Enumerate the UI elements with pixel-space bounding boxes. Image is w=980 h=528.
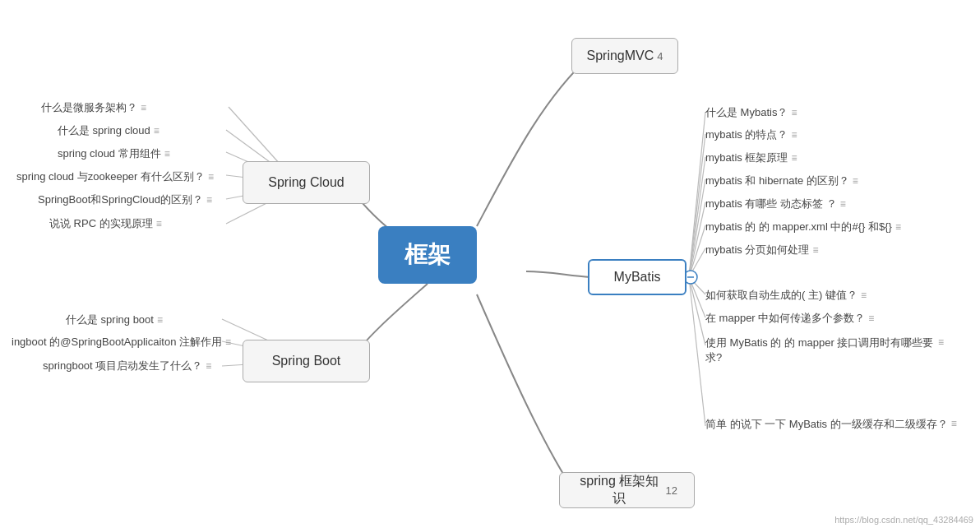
springmvc-badge: 4 — [657, 50, 663, 63]
svg-line-11 — [689, 157, 705, 277]
mybatis-leaf-8[interactable]: 如何获取自动生成的( 主) 键值？ ≡ — [705, 288, 867, 303]
mybatis-leaf-10[interactable]: 使用 MyBatis 的 的 mapper 接口调用时有哪些要求? ≡ — [705, 336, 944, 365]
cloud-leaf-2[interactable]: 什么是 spring cloud ≡ — [58, 123, 159, 138]
center-label: 框架 — [404, 239, 451, 271]
mybatis-leaf-5[interactable]: mybatis 有哪些 动态标签 ？ ≡ — [705, 197, 846, 211]
cloud-leaf-3[interactable]: spring cloud 常用组件 ≡ — [58, 146, 170, 161]
mybatis-leaf-11[interactable]: 简单 的说下 一下 MyBatis 的一级缓存和二级缓存？ ≡ — [705, 417, 957, 432]
springmvc-node[interactable]: SpringMVC 4 — [571, 38, 678, 74]
mybatis-node[interactable]: MyBatis — [588, 259, 686, 295]
springboot-node[interactable]: Spring Boot — [243, 340, 370, 382]
springcloud-node[interactable]: Spring Cloud — [243, 161, 370, 204]
mybatis-leaf-6[interactable]: mybatis 的 的 mapper.xml 中的#{} 和${} ≡ — [705, 220, 901, 234]
mybatis-leaf-3[interactable]: mybatis 框架原理 ≡ — [705, 151, 797, 165]
springboot-label: Spring Boot — [272, 354, 341, 368]
mybatis-leaf-9[interactable]: 在 mapper 中如何传递多个参数？ ≡ — [705, 311, 874, 326]
cloud-leaf-5[interactable]: SpringBoot和SpringCloud的区别？ ≡ — [38, 192, 212, 207]
springcloud-label: Spring Cloud — [268, 175, 344, 190]
mybatis-leaf-4[interactable]: mybatis 和 hibernate 的区别？ ≡ — [705, 174, 858, 188]
svg-line-14 — [689, 225, 705, 277]
spring-knowledge-badge: 12 — [666, 484, 677, 497]
mybatis-label: MyBatis — [614, 270, 661, 285]
cloud-leaf-6[interactable]: 说说 RPC 的实现原理 ≡ — [49, 216, 162, 231]
springmvc-label: SpringMVC — [586, 49, 654, 63]
boot-leaf-1[interactable]: 什么是 spring boot ≡ — [66, 313, 163, 327]
spring-knowledge-label: spring 框架知识 — [576, 473, 663, 507]
svg-line-16 — [689, 277, 705, 294]
mybatis-leaf-7[interactable]: mybatis 分页如何处理 ≡ — [705, 243, 818, 257]
boot-leaf-2[interactable]: ingboot 的@SpringBootApplicaiton 注解作用 ≡ — [12, 335, 231, 350]
svg-line-9 — [689, 112, 705, 277]
svg-line-19 — [689, 277, 705, 426]
svg-line-12 — [689, 179, 705, 277]
svg-line-17 — [689, 277, 705, 317]
spring-knowledge-node[interactable]: spring 框架知识 12 — [559, 472, 695, 508]
svg-line-18 — [689, 277, 705, 345]
mybatis-leaf-1[interactable]: 什么是 Mybatis？ ≡ — [705, 105, 797, 120]
cloud-leaf-1[interactable]: 什么是微服务架构？ ≡ — [41, 100, 146, 115]
cloud-leaf-4[interactable]: spring cloud 与zookeeper 有什么区别？ ≡ — [16, 169, 214, 184]
svg-line-13 — [689, 202, 705, 277]
boot-leaf-3[interactable]: springboot 项目启动发生了什么？ ≡ — [43, 359, 211, 373]
svg-line-15 — [689, 248, 705, 277]
url-bar: https://blog.csdn.net/qq_43284469 — [834, 515, 973, 525]
center-node: 框架 — [378, 226, 477, 284]
mybatis-leaf-2[interactable]: mybatis 的特点？ ≡ — [705, 127, 797, 142]
svg-line-10 — [689, 134, 705, 277]
